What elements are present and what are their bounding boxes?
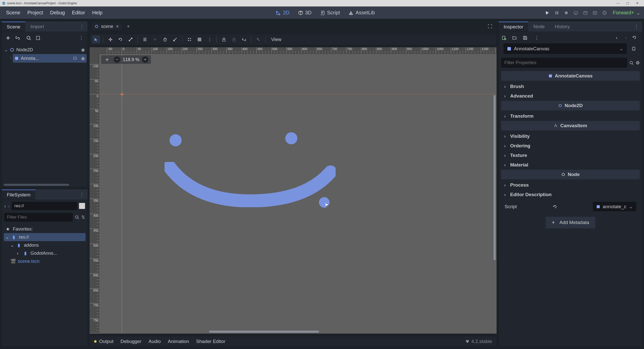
- fs-view-mode-button[interactable]: [79, 203, 85, 209]
- shader-editor-tab[interactable]: Shader Editor: [196, 339, 225, 344]
- window-maximize-button[interactable]: ▢: [623, 1, 632, 5]
- property-process[interactable]: ›Process: [501, 180, 640, 190]
- section-annotatecanvas[interactable]: AnnotateCanvas: [501, 71, 640, 81]
- property-visibility[interactable]: ›Visibility: [501, 132, 640, 141]
- filesystem-panel-menu[interactable]: ⋮: [76, 190, 88, 199]
- filter-properties-input[interactable]: [501, 58, 627, 68]
- play-custom-scene-button[interactable]: [593, 11, 599, 15]
- ruler-tool-button[interactable]: [171, 35, 179, 43]
- inspector-extra-button[interactable]: ⋮: [533, 35, 540, 40]
- fs-scene-file[interactable]: 🎬 scene.tscn: [4, 257, 86, 265]
- unlock-button[interactable]: [230, 35, 238, 43]
- pan-tool-button[interactable]: [161, 35, 169, 43]
- script-attached-icon[interactable]: [73, 56, 77, 60]
- add-tab-button[interactable]: +: [124, 22, 133, 31]
- section-canvasitem[interactable]: CanvasItem: [501, 121, 640, 130]
- script-reset-button[interactable]: [553, 205, 557, 209]
- property-brush[interactable]: ›Brush: [501, 82, 640, 91]
- close-tab-icon[interactable]: ✕: [116, 24, 119, 29]
- scene-tree-scrollbar[interactable]: [4, 184, 69, 186]
- attach-script-button[interactable]: [25, 34, 32, 42]
- scene-panel-kebab[interactable]: ⋮: [77, 34, 85, 42]
- filter-properties-options[interactable]: ⚙: [636, 60, 640, 66]
- property-transform[interactable]: ›Transform: [501, 111, 640, 121]
- version-label[interactable]: 4.2.stable: [465, 339, 492, 344]
- script-value-dropdown[interactable]: annotate_c ⌄: [593, 202, 636, 211]
- visibility-toggle-icon[interactable]: ◉: [81, 56, 85, 61]
- mode-3d-button[interactable]: 3D: [296, 9, 314, 17]
- property-material[interactable]: ›Material: [501, 160, 640, 170]
- save-resource-button[interactable]: [523, 35, 530, 40]
- instance-scene-button[interactable]: [14, 34, 21, 42]
- zoom-level-label[interactable]: 118.9 %: [123, 57, 139, 62]
- property-advanced[interactable]: ›Advanced: [501, 91, 640, 101]
- fs-godotanno-folder[interactable]: › ▮ GodotAnno...: [4, 249, 86, 257]
- section-node2d[interactable]: Node2D: [501, 101, 640, 110]
- property-editor-description[interactable]: ›Editor Description: [501, 190, 640, 199]
- window-minimize-button[interactable]: —: [613, 1, 623, 5]
- canvas-vscrollbar[interactable]: [493, 54, 496, 329]
- fs-favorites-header[interactable]: ★ Favorites:: [4, 225, 86, 233]
- mode-script-button[interactable]: Script: [318, 9, 342, 17]
- open-docs-button[interactable]: [631, 46, 640, 51]
- canvas-hscrollbar[interactable]: [99, 330, 492, 333]
- view-menu-button[interactable]: View: [269, 37, 284, 42]
- filesystem-tab[interactable]: FileSystem: [2, 190, 35, 200]
- rotate-tool-button[interactable]: [116, 35, 125, 43]
- lock-button[interactable]: [220, 35, 228, 43]
- inspector-object-selector[interactable]: AnnotateCanvas ⌄: [504, 43, 627, 54]
- inspector-back-button[interactable]: ‹: [613, 35, 620, 40]
- scene-panel-menu[interactable]: ⋮: [76, 22, 88, 31]
- visibility-toggle-icon[interactable]: ◉: [81, 47, 85, 53]
- scene-tab[interactable]: Scene: [2, 22, 25, 32]
- new-resource-button[interactable]: [502, 35, 509, 40]
- fs-back-button[interactable]: ‹: [4, 203, 6, 209]
- menu-editor[interactable]: Editor: [68, 8, 89, 17]
- output-tab[interactable]: Output: [99, 339, 113, 344]
- menu-scene[interactable]: Scene: [3, 8, 24, 17]
- group-button[interactable]: [240, 35, 248, 43]
- inspector-tab[interactable]: Inspector: [499, 22, 528, 32]
- window-close-button[interactable]: ✕: [632, 1, 642, 5]
- distraction-free-button[interactable]: ⛶: [485, 22, 495, 31]
- snap-options-button[interactable]: ⋮: [206, 35, 214, 43]
- tree-child-node[interactable]: Annota... ◉: [13, 54, 87, 63]
- section-node[interactable]: Node: [501, 170, 640, 179]
- pause-button[interactable]: [554, 11, 560, 15]
- scale-tool-button[interactable]: [127, 35, 135, 43]
- mode-2d-button[interactable]: 2D: [274, 9, 292, 17]
- debugger-tab[interactable]: Debugger: [120, 339, 141, 344]
- menu-debug[interactable]: Debug: [47, 8, 68, 17]
- fs-sort-button[interactable]: ⇅: [81, 214, 85, 220]
- inspector-panel-menu[interactable]: ⋮: [631, 22, 642, 31]
- history-tab[interactable]: History: [550, 22, 575, 31]
- list-select-button[interactable]: [141, 35, 149, 43]
- play-button[interactable]: [545, 11, 551, 15]
- viewport-scene-tab[interactable]: scene ✕: [91, 22, 123, 31]
- fs-res-root[interactable]: ⌄ ▮ res://: [4, 233, 86, 241]
- tree-root-node[interactable]: ⌄ Node2D ◉: [3, 46, 87, 54]
- property-texture[interactable]: ›Texture: [501, 151, 640, 160]
- menu-project[interactable]: Project: [24, 8, 47, 17]
- scene-tree-remote-button[interactable]: [34, 34, 42, 42]
- select-tool-button[interactable]: [92, 35, 100, 43]
- zoom-center-button[interactable]: ✛: [104, 56, 110, 63]
- import-tab[interactable]: Import: [25, 22, 49, 31]
- animation-tab[interactable]: Animation: [168, 339, 189, 344]
- audio-tab[interactable]: Audio: [149, 339, 161, 344]
- skeleton-button[interactable]: [254, 35, 262, 43]
- node-tab[interactable]: Node: [528, 22, 550, 31]
- property-ordering[interactable]: ›Ordering: [501, 141, 640, 151]
- movie-mode-button[interactable]: [602, 11, 608, 15]
- add-node-button[interactable]: [4, 34, 12, 42]
- fs-path-field[interactable]: res://: [12, 202, 77, 210]
- zoom-in-button[interactable]: +: [142, 56, 148, 63]
- move-tool-button[interactable]: [106, 35, 114, 43]
- play-remote-button[interactable]: [574, 11, 580, 15]
- stop-button[interactable]: [564, 11, 570, 15]
- fs-filter-input[interactable]: [4, 213, 73, 222]
- menu-help[interactable]: Help: [89, 8, 106, 17]
- zoom-out-button[interactable]: −: [114, 56, 120, 63]
- smart-snap-button[interactable]: [185, 35, 193, 43]
- inspector-forward-button[interactable]: ›: [623, 35, 630, 40]
